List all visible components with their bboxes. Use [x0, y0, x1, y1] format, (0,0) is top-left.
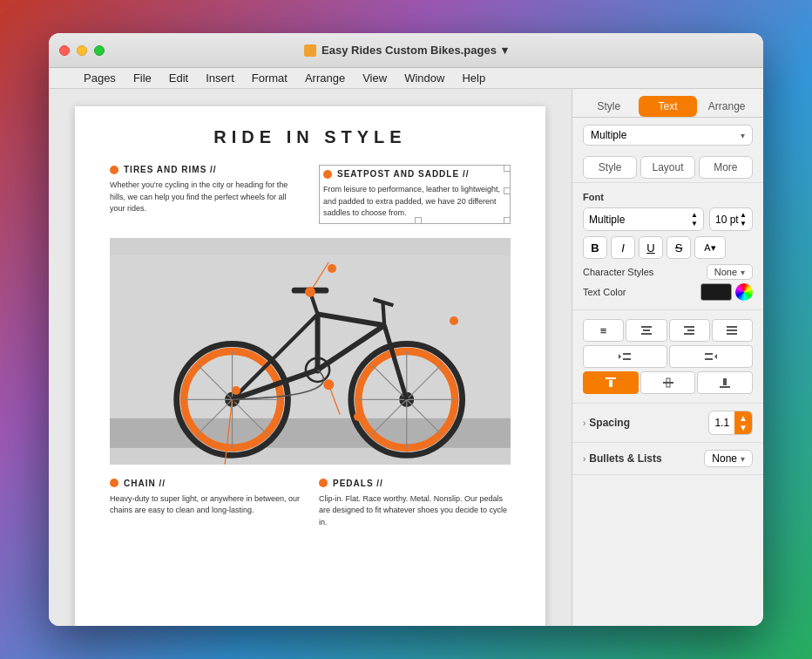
strikethrough-button[interactable]: S	[667, 236, 691, 259]
align-center-button[interactable]	[626, 319, 667, 342]
char-styles-dropdown[interactable]: None ▾	[707, 264, 753, 280]
vert-align-top-button[interactable]	[583, 371, 639, 394]
menu-format[interactable]: Format	[245, 70, 294, 86]
bullets-dropdown-chevron: ▾	[741, 454, 745, 464]
selection-handle-br[interactable]	[504, 217, 511, 224]
annotation-chain-body: Heavy-duty to super light, or anywhere i…	[110, 493, 301, 517]
format-section: Multiple ▾	[572, 118, 763, 149]
align-right-button[interactable]	[669, 319, 710, 342]
font-stepper[interactable]: ▲ ▼	[691, 211, 698, 228]
menu-arrange[interactable]: Arrange	[298, 70, 352, 86]
align-left-button[interactable]: ≡	[583, 319, 624, 342]
sub-tab-layout[interactable]: Layout	[640, 156, 694, 179]
format-dropdown[interactable]: Multiple ▾	[583, 125, 753, 146]
doc-icon	[304, 44, 316, 57]
decrease-indent-icon	[618, 350, 632, 363]
size-up-icon[interactable]: ▲	[740, 211, 747, 219]
selection-handle-bm[interactable]	[415, 217, 422, 224]
svg-rect-48	[623, 358, 631, 360]
right-align-icon	[683, 324, 695, 336]
fullscreen-button[interactable]	[94, 45, 105, 56]
canvas-area[interactable]: RIDE IN STYLE TIRES AND RIMS // Whether …	[49, 89, 572, 626]
selection-handle-tr[interactable]	[504, 165, 511, 172]
svg-rect-45	[727, 333, 737, 335]
svg-rect-54	[663, 382, 673, 384]
minimize-button[interactable]	[77, 45, 87, 56]
bike-image	[110, 238, 511, 465]
menu-pages[interactable]: Pages	[77, 70, 123, 86]
text-box-selected[interactable]: SEATPOST AND SADDLE // From leisure to p…	[319, 165, 511, 224]
tab-arrange[interactable]: Arrange	[697, 96, 756, 117]
vert-bottom-icon	[719, 377, 731, 389]
svg-line-26	[382, 302, 384, 325]
tab-style[interactable]: Style	[579, 96, 639, 117]
text-style-button[interactable]: A▾	[694, 236, 726, 259]
chevron-down-icon: ▾	[741, 131, 745, 140]
spacing-down-icon[interactable]: ▼	[739, 423, 748, 432]
color-picker-button[interactable]	[735, 283, 753, 301]
svg-rect-47	[623, 353, 631, 355]
spacing-chevron-icon: ›	[583, 418, 585, 428]
text-color-label: Text Color	[583, 287, 626, 297]
menu-window[interactable]: Window	[397, 70, 451, 86]
annotation-seatpost-body: From leisure to performance, leather to …	[323, 184, 506, 220]
svg-rect-44	[727, 330, 737, 331]
color-controls	[700, 283, 753, 301]
sub-tab-more[interactable]: More	[699, 156, 753, 179]
spacing-up-icon[interactable]: ▲	[739, 413, 748, 423]
color-swatch[interactable]	[700, 283, 732, 301]
italic-button[interactable]: I	[611, 236, 635, 259]
vert-middle-icon	[662, 377, 674, 389]
font-section: Font Multiple ▲ ▼ 10 pt ▲ ▼	[572, 183, 763, 310]
apple-menu[interactable]	[56, 77, 70, 80]
right-panel: Style Text Arrange Multiple ▾ Style Layo…	[572, 89, 763, 626]
bottom-annotations: CHAIN // Heavy-duty to super light, or a…	[110, 479, 511, 529]
close-button[interactable]	[59, 45, 70, 56]
font-selector[interactable]: Multiple ▲ ▼	[583, 207, 704, 231]
bullets-section[interactable]: › Bullets & Lists None ▾	[572, 443, 763, 475]
svg-rect-41	[687, 330, 694, 331]
menu-file[interactable]: File	[126, 70, 159, 86]
vert-align-bottom-button[interactable]	[697, 371, 753, 394]
increase-indent-button[interactable]	[669, 345, 754, 368]
menu-help[interactable]: Help	[455, 70, 492, 86]
tab-text[interactable]: Text	[639, 96, 698, 117]
svg-rect-52	[606, 377, 616, 379]
vert-top-icon	[605, 377, 617, 389]
spacing-stepper[interactable]: ▲ ▼	[734, 411, 752, 434]
spacing-value-box[interactable]: 1.1 ▲ ▼	[708, 411, 753, 435]
underline-button[interactable]: U	[639, 236, 663, 259]
align-justify-button[interactable]	[712, 319, 753, 342]
size-stepper[interactable]: ▲ ▼	[740, 211, 747, 228]
annotation-pedals-body: Clip-in. Flat. Race worthy. Metal. Nonsl…	[319, 493, 511, 529]
selection-handle-mr[interactable]	[504, 187, 511, 194]
font-row: Multiple ▲ ▼ 10 pt ▲ ▼	[583, 207, 753, 231]
svg-rect-42	[684, 333, 694, 335]
svg-rect-57	[723, 378, 727, 385]
sub-tab-style[interactable]: Style	[583, 156, 637, 179]
decrease-indent-button[interactable]	[583, 345, 667, 368]
menu-view[interactable]: View	[355, 70, 394, 86]
align-buttons: ≡	[583, 319, 753, 342]
svg-rect-56	[720, 386, 730, 388]
bold-button[interactable]: B	[583, 236, 607, 259]
stepper-down-icon[interactable]: ▼	[691, 220, 698, 228]
bike-svg	[110, 238, 511, 465]
doc-title: Easy Rides Custom Bikes.pages	[321, 44, 497, 57]
menu-edit[interactable]: Edit	[162, 70, 195, 86]
titlebar-center: Easy Rides Custom Bikes.pages ▾	[304, 44, 508, 57]
bullets-dropdown[interactable]: None ▾	[704, 450, 753, 467]
font-size-box[interactable]: 10 pt ▲ ▼	[709, 207, 753, 231]
svg-rect-40	[684, 326, 694, 328]
spacing-section[interactable]: › Spacing 1.1 ▲ ▼	[572, 404, 763, 443]
page-title: RIDE IN STYLE	[110, 127, 511, 147]
stepper-up-icon[interactable]: ▲	[691, 211, 698, 219]
menu-insert[interactable]: Insert	[199, 70, 241, 86]
vert-align-middle-button[interactable]	[640, 371, 696, 394]
svg-rect-49	[705, 353, 713, 355]
svg-marker-46	[619, 354, 621, 359]
size-down-icon[interactable]: ▼	[740, 220, 747, 228]
spacing-label: Spacing	[589, 417, 630, 429]
annotation-seatpost: SEATPOST AND SADDLE // From leisure to p…	[319, 165, 511, 224]
chevron-icon[interactable]: ▾	[502, 44, 508, 57]
